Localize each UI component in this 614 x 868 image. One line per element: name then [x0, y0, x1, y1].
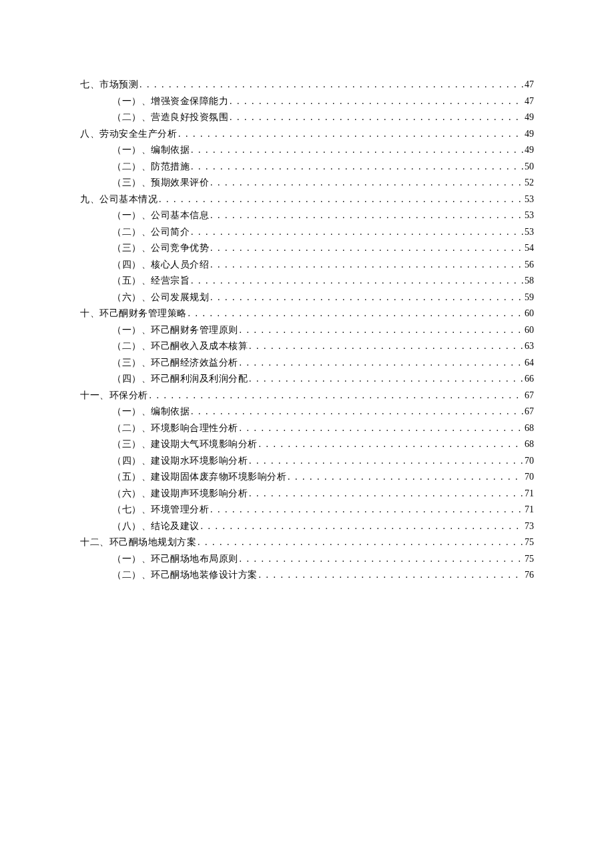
- toc-entry-label: （二）、公司简介: [112, 224, 190, 241]
- toc-leader-dots: . . . . . . . . . . . . . . . . . . . . …: [210, 175, 523, 191]
- toc-entry: （七）、环境管理分析 . . . . . . . . . . . . . . .…: [112, 502, 534, 518]
- toc-entry: （八）、结论及建议 . . . . . . . . . . . . . . . …: [112, 518, 534, 535]
- toc-entry-label: （二）、环己酮收入及成本核算: [112, 338, 248, 355]
- toc-entry: （二）、公司简介 . . . . . . . . . . . . . . . .…: [112, 224, 534, 241]
- toc-entry-label: （三）、公司竞争优势: [112, 240, 209, 257]
- toc-entry: （四）、建设期水环境影响分析 . . . . . . . . . . . . .…: [112, 453, 534, 470]
- toc-entry: （四）、核心人员介绍 . . . . . . . . . . . . . . .…: [112, 257, 534, 274]
- toc-entry: （五）、经营宗旨 . . . . . . . . . . . . . . . .…: [112, 273, 534, 290]
- toc-entry-label: （三）、预期效果评价: [112, 175, 209, 191]
- toc-leader-dots: . . . . . . . . . . . . . . . . . . . . …: [240, 551, 524, 568]
- toc-entry: （六）、建设期声环境影响分析 . . . . . . . . . . . . .…: [112, 486, 534, 502]
- toc-entry: 十、环己酮财务管理策略 . . . . . . . . . . . . . . …: [80, 306, 534, 322]
- toc-leader-dots: . . . . . . . . . . . . . . . . . . . . …: [210, 502, 523, 518]
- toc-entry: （一）、编制依据 . . . . . . . . . . . . . . . .…: [112, 404, 534, 420]
- toc-leader-dots: . . . . . . . . . . . . . . . . . . . . …: [249, 371, 523, 388]
- toc-entry: （一）、环己酮财务管理原则 . . . . . . . . . . . . . …: [112, 322, 534, 339]
- toc-entry-page: 70: [525, 469, 534, 486]
- toc-entry: 八、劳动安全生产分析 . . . . . . . . . . . . . . .…: [80, 126, 534, 143]
- toc-entry: （一）、环己酮场地布局原则 . . . . . . . . . . . . . …: [112, 551, 534, 568]
- toc-entry-label: （四）、建设期水环境影响分析: [112, 453, 248, 470]
- toc-entry: 十一、环保分析 . . . . . . . . . . . . . . . . …: [80, 388, 534, 404]
- toc-entry-label: （五）、经营宗旨: [112, 273, 190, 290]
- toc-leader-dots: . . . . . . . . . . . . . . . . . . . . …: [191, 142, 523, 159]
- toc-entry-label: （六）、建设期声环境影响分析: [112, 486, 248, 502]
- toc-entry: （四）、环己酮利润及利润分配 . . . . . . . . . . . . .…: [112, 371, 534, 388]
- toc-entry: （一）、编制依据 . . . . . . . . . . . . . . . .…: [112, 142, 534, 159]
- toc-entry: （三）、建设期大气环境影响分析 . . . . . . . . . . . . …: [112, 436, 534, 453]
- toc-leader-dots: . . . . . . . . . . . . . . . . . . . . …: [210, 240, 523, 257]
- toc-leader-dots: . . . . . . . . . . . . . . . . . . . . …: [249, 338, 523, 355]
- toc-entry: （二）、营造良好投资氛围 . . . . . . . . . . . . . .…: [112, 109, 534, 126]
- toc-entry-label: （一）、编制依据: [112, 404, 190, 420]
- toc-entry-page: 60: [525, 306, 534, 322]
- toc-entry-label: （一）、环己酮场地布局原则: [112, 551, 238, 568]
- toc-entry-label: （一）、环己酮财务管理原则: [112, 322, 238, 339]
- toc-entry-page: 75: [525, 534, 534, 551]
- toc-leader-dots: . . . . . . . . . . . . . . . . . . . . …: [210, 290, 523, 306]
- toc-entry: （二）、防范措施 . . . . . . . . . . . . . . . .…: [112, 159, 534, 175]
- toc-entry: 九、公司基本情况 . . . . . . . . . . . . . . . .…: [80, 191, 534, 208]
- toc-entry-page: 53: [525, 207, 534, 224]
- toc-entry-page: 52: [525, 175, 534, 191]
- toc-leader-dots: . . . . . . . . . . . . . . . . . . . . …: [230, 93, 523, 110]
- toc-entry-label: 九、公司基本情况: [80, 191, 158, 208]
- toc-leader-dots: . . . . . . . . . . . . . . . . . . . . …: [178, 126, 523, 143]
- toc-entry-label: 七、市场预测: [80, 77, 138, 93]
- toc-entry-label: （三）、环己酮经济效益分析: [112, 355, 238, 372]
- toc-page: 七、市场预测 . . . . . . . . . . . . . . . . .…: [0, 0, 614, 584]
- toc-entry-label: （一）、公司基本信息: [112, 207, 209, 224]
- toc-entry: （二）、环己酮收入及成本核算 . . . . . . . . . . . . .…: [112, 338, 534, 355]
- toc-entry-label: （二）、营造良好投资氛围: [112, 109, 228, 126]
- toc-entry-label: （八）、结论及建议: [112, 518, 200, 535]
- toc-entry-page: 59: [525, 290, 534, 306]
- toc-entry-page: 64: [525, 355, 534, 372]
- toc-entry: （一）、增强资金保障能力 . . . . . . . . . . . . . .…: [112, 93, 534, 110]
- toc-entry: （三）、公司竞争优势 . . . . . . . . . . . . . . .…: [112, 240, 534, 257]
- toc-leader-dots: . . . . . . . . . . . . . . . . . . . . …: [159, 191, 523, 208]
- toc-leader-dots: . . . . . . . . . . . . . . . . . . . . …: [210, 257, 523, 274]
- toc-entry-label: （三）、建设期大气环境影响分析: [112, 436, 258, 453]
- toc-entry-page: 70: [525, 453, 534, 470]
- toc-entry-label: （一）、编制依据: [112, 142, 190, 159]
- toc-entry: 十二、环己酮场地规划方案 . . . . . . . . . . . . . .…: [80, 534, 534, 551]
- toc-leader-dots: . . . . . . . . . . . . . . . . . . . . …: [240, 420, 524, 437]
- toc-entry-page: 49: [525, 109, 534, 126]
- toc-entry: （二）、环境影响合理性分析 . . . . . . . . . . . . . …: [112, 420, 534, 437]
- toc-leader-dots: . . . . . . . . . . . . . . . . . . . . …: [288, 469, 523, 486]
- toc-entry-page: 49: [525, 126, 534, 143]
- toc-entry-label: （六）、公司发展规划: [112, 290, 209, 306]
- toc-entry-label: （一）、增强资金保障能力: [112, 93, 228, 110]
- toc-entry: （三）、预期效果评价 . . . . . . . . . . . . . . .…: [112, 175, 534, 191]
- toc-leader-dots: . . . . . . . . . . . . . . . . . . . . …: [198, 534, 523, 551]
- toc-entry: （一）、公司基本信息 . . . . . . . . . . . . . . .…: [112, 207, 534, 224]
- toc-entry-page: 47: [525, 77, 534, 93]
- toc-entry-label: 十二、环己酮场地规划方案: [80, 534, 196, 551]
- toc-entry-page: 50: [525, 159, 534, 175]
- toc-entry-label: （二）、环境影响合理性分析: [112, 420, 238, 437]
- toc-leader-dots: . . . . . . . . . . . . . . . . . . . . …: [191, 404, 523, 420]
- toc-leader-dots: . . . . . . . . . . . . . . . . . . . . …: [201, 518, 524, 535]
- toc-leader-dots: . . . . . . . . . . . . . . . . . . . . …: [139, 77, 523, 93]
- toc-leader-dots: . . . . . . . . . . . . . . . . . . . . …: [240, 322, 524, 339]
- toc-leader-dots: . . . . . . . . . . . . . . . . . . . . …: [249, 486, 523, 502]
- toc-leader-dots: . . . . . . . . . . . . . . . . . . . . …: [191, 224, 523, 241]
- toc-entry-label: （二）、防范措施: [112, 159, 190, 175]
- toc-entry-label: （二）、环己酮场地装修设计方案: [112, 567, 258, 584]
- toc-entry-page: 68: [525, 420, 534, 437]
- toc-entry: （二）、环己酮场地装修设计方案 . . . . . . . . . . . . …: [112, 567, 534, 584]
- toc-leader-dots: . . . . . . . . . . . . . . . . . . . . …: [230, 109, 523, 126]
- toc-leader-dots: . . . . . . . . . . . . . . . . . . . . …: [210, 207, 523, 224]
- toc-entry-label: （四）、环己酮利润及利润分配: [112, 371, 248, 388]
- toc-leader-dots: . . . . . . . . . . . . . . . . . . . . …: [191, 159, 523, 175]
- toc-entry: （三）、环己酮经济效益分析 . . . . . . . . . . . . . …: [112, 355, 534, 372]
- table-of-contents: 七、市场预测 . . . . . . . . . . . . . . . . .…: [80, 77, 534, 584]
- toc-leader-dots: . . . . . . . . . . . . . . . . . . . . …: [149, 388, 524, 404]
- toc-entry-page: 71: [525, 502, 534, 518]
- toc-entry-page: 60: [525, 322, 534, 339]
- toc-entry-label: （四）、核心人员介绍: [112, 257, 209, 274]
- toc-entry-page: 53: [525, 191, 534, 208]
- toc-entry-label: （五）、建设期固体废弃物环境影响分析: [112, 469, 286, 486]
- toc-entry-page: 76: [525, 567, 534, 584]
- toc-entry-page: 71: [525, 486, 534, 502]
